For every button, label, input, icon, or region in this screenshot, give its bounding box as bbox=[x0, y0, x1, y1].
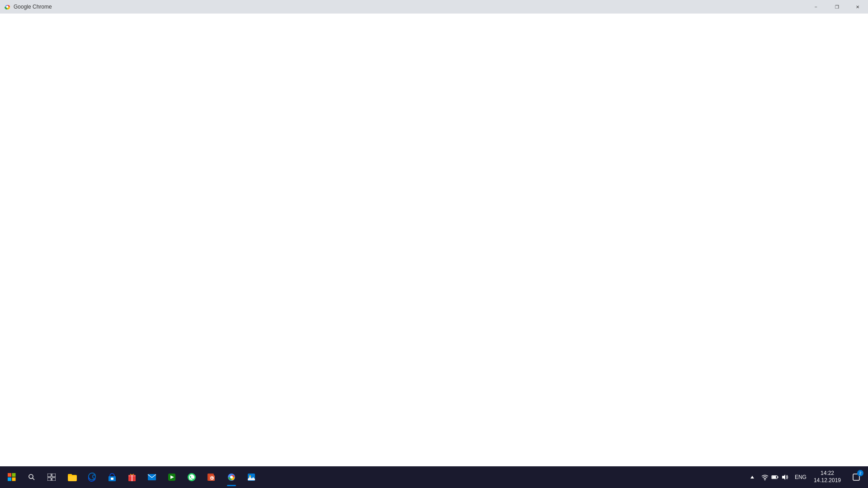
svg-point-27 bbox=[230, 476, 233, 479]
task-view-button[interactable] bbox=[42, 467, 61, 487]
title-bar-left: Google Chrome bbox=[4, 3, 52, 10]
windows-logo-icon bbox=[8, 473, 16, 481]
edge-icon[interactable] bbox=[82, 467, 102, 487]
svg-rect-11 bbox=[52, 478, 56, 481]
gift-svg bbox=[127, 473, 137, 482]
show-hidden-icons-button[interactable] bbox=[748, 467, 757, 487]
store-icon[interactable] bbox=[102, 467, 122, 487]
browser-content bbox=[0, 14, 868, 466]
clock-time: 14:22 bbox=[821, 470, 834, 477]
photos-svg bbox=[247, 473, 256, 482]
clock-date: 14.12.2019 bbox=[814, 477, 841, 484]
taskbar: ENG 14:22 14.12.2019 2 bbox=[0, 466, 868, 488]
volume-tray-icon[interactable] bbox=[781, 474, 788, 481]
minimize-button[interactable]: − bbox=[806, 0, 826, 14]
store-svg bbox=[108, 473, 117, 482]
photos-icon[interactable] bbox=[241, 467, 261, 487]
svg-rect-33 bbox=[772, 476, 776, 478]
svg-rect-10 bbox=[47, 478, 51, 481]
system-tray: ENG 14:22 14.12.2019 2 bbox=[748, 466, 868, 488]
media-svg bbox=[167, 473, 176, 482]
svg-rect-13 bbox=[111, 478, 113, 480]
search-icon bbox=[28, 474, 35, 481]
chrome-taskbar-svg bbox=[227, 473, 236, 482]
edge-svg bbox=[88, 473, 97, 482]
title-bar-controls: − ❐ ✕ bbox=[806, 0, 868, 14]
svg-rect-3 bbox=[12, 473, 16, 477]
taskbar-apps bbox=[62, 467, 261, 487]
language-indicator[interactable]: ENG bbox=[793, 474, 808, 480]
clock[interactable]: 14:22 14.12.2019 bbox=[810, 466, 844, 488]
svg-line-7 bbox=[33, 478, 34, 480]
volume-icon bbox=[781, 474, 788, 480]
svg-rect-4 bbox=[8, 478, 11, 481]
svg-rect-2 bbox=[8, 473, 11, 477]
powerpoint-svg bbox=[207, 473, 216, 482]
svg-rect-8 bbox=[47, 474, 51, 477]
file-explorer-icon[interactable] bbox=[62, 467, 82, 487]
taskbar-search-button[interactable] bbox=[22, 467, 42, 487]
chevron-up-icon bbox=[750, 475, 754, 479]
gift-icon[interactable] bbox=[122, 467, 142, 487]
close-button[interactable]: ✕ bbox=[847, 0, 868, 14]
notification-button[interactable]: 2 bbox=[846, 467, 866, 487]
chrome-icon[interactable] bbox=[222, 467, 241, 487]
whatsapp-svg bbox=[187, 473, 196, 482]
svg-point-6 bbox=[29, 474, 33, 479]
notification-badge: 2 bbox=[857, 470, 863, 476]
media-icon[interactable] bbox=[162, 467, 182, 487]
tray-icons bbox=[759, 474, 791, 481]
svg-rect-9 bbox=[52, 474, 56, 477]
title-bar-title: Google Chrome bbox=[14, 4, 52, 10]
svg-rect-17 bbox=[148, 474, 156, 480]
battery-icon bbox=[771, 474, 778, 480]
wifi-icon bbox=[761, 474, 769, 480]
svg-marker-35 bbox=[782, 474, 785, 480]
svg-marker-30 bbox=[750, 476, 754, 479]
mail-svg bbox=[147, 473, 156, 481]
battery-tray-icon[interactable] bbox=[771, 474, 778, 481]
mail-icon[interactable] bbox=[142, 467, 162, 487]
svg-point-1 bbox=[6, 6, 9, 8]
whatsapp-icon[interactable] bbox=[182, 467, 202, 487]
svg-point-31 bbox=[764, 479, 765, 480]
svg-rect-5 bbox=[12, 478, 16, 481]
powerpoint-icon[interactable] bbox=[202, 467, 222, 487]
file-explorer-svg bbox=[67, 473, 77, 482]
title-bar: Google Chrome − ❐ ✕ bbox=[0, 0, 868, 14]
chrome-logo-icon bbox=[4, 3, 11, 10]
start-button[interactable] bbox=[2, 467, 22, 487]
svg-rect-34 bbox=[778, 476, 778, 478]
wifi-tray-icon[interactable] bbox=[761, 474, 769, 481]
svg-rect-16 bbox=[132, 475, 132, 481]
restore-button[interactable]: ❐ bbox=[826, 0, 847, 14]
task-view-icon bbox=[47, 474, 56, 481]
